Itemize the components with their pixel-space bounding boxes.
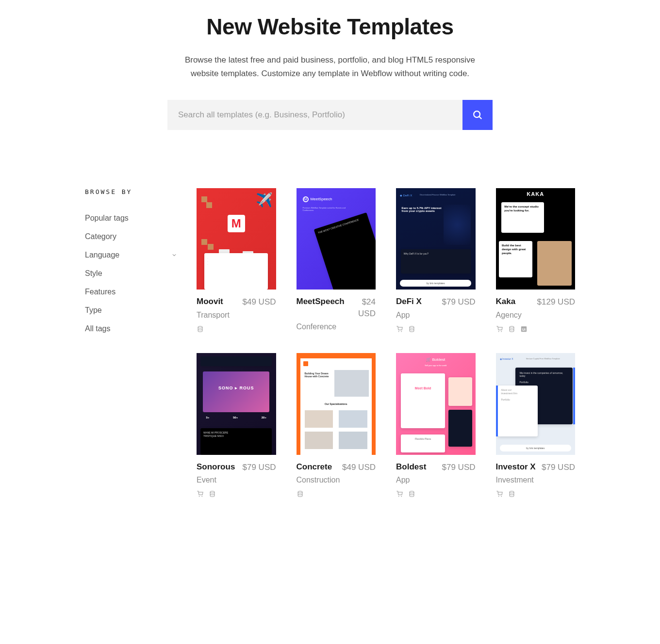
sidebar-item-type[interactable]: Type (85, 301, 177, 320)
cart-icon (496, 490, 503, 498)
chevron-down-icon (171, 252, 177, 258)
page-subtitle: Browse the latest free and paid business… (170, 53, 490, 80)
hero-section: New Website Templates Browse the latest … (114, 0, 546, 130)
template-feature-icons (496, 490, 576, 498)
sidebar-item-label: Category (85, 232, 116, 241)
template-feature-icons (197, 490, 276, 498)
template-card[interactable]: KAKA We're the concept studio you're loo… (496, 188, 576, 333)
template-price: $24 USD (348, 296, 376, 320)
template-card[interactable]: ◆ DeFi XDecentralized Finance Webflow Te… (396, 188, 476, 333)
template-name: Moovit (197, 296, 223, 307)
template-thumbnail[interactable]: ✈️ M ... (197, 188, 276, 290)
sidebar-item-label: Popular tags (85, 214, 129, 223)
template-name: Concrete (297, 462, 332, 472)
template-thumbnail[interactable]: 🛒 BoldestSell your app to the world Meet… (396, 353, 476, 454)
sidebar-item-label: Type (85, 306, 102, 315)
template-category: Transport (197, 311, 276, 320)
template-thumbnail[interactable]: MMeetSpeech Premium Webflow Template sui… (297, 188, 376, 290)
template-card[interactable]: Building Your DreamHouse with Concrete O… (297, 353, 376, 498)
database-icon (297, 490, 304, 498)
template-card[interactable]: SONO ▸ ROUS 5+50+20+ MANE MI PROSCERETRI… (197, 353, 276, 498)
template-category: Agency (496, 311, 576, 320)
search-button[interactable] (462, 100, 493, 130)
sidebar-item-style[interactable]: Style (85, 264, 177, 283)
template-category: Construction (297, 476, 376, 484)
template-grid: ✈️ M ...Moovit$49 USDTransportMMeetSpeec… (197, 188, 575, 498)
cart-icon (396, 325, 403, 333)
uikit-icon (520, 325, 528, 333)
search-bar (167, 100, 493, 130)
template-price: $49 USD (342, 462, 376, 473)
cart-icon (496, 325, 503, 333)
sidebar-item-label: Language (85, 251, 119, 259)
template-thumbnail[interactable]: KAKA We're the concept studio you're loo… (496, 188, 576, 290)
template-category: Investment (496, 476, 576, 484)
template-price: $79 USD (442, 296, 476, 308)
template-price: $49 USD (243, 296, 276, 308)
template-card[interactable]: 🛒 BoldestSell your app to the world Meet… (396, 353, 476, 498)
sidebar-item-all-tags[interactable]: All tags (85, 320, 177, 338)
sidebar-item-label: Style (85, 269, 102, 278)
svg-point-0 (474, 111, 480, 117)
template-card[interactable]: ✈️ M ...Moovit$49 USDTransport (197, 188, 276, 333)
cart-icon (396, 490, 403, 498)
template-thumbnail[interactable]: Building Your DreamHouse with Concrete O… (297, 353, 376, 454)
template-thumbnail[interactable]: SONO ▸ ROUS 5+50+20+ MANE MI PROSCERETRI… (197, 353, 276, 454)
template-name: Boldest (396, 462, 426, 472)
template-feature-icons (297, 490, 376, 498)
sidebar-item-label: Features (85, 288, 116, 296)
database-icon (408, 325, 415, 333)
thumb-logo: M (228, 215, 245, 232)
database-icon (508, 325, 515, 333)
sidebar-item-category[interactable]: Category (85, 227, 177, 246)
search-input[interactable] (167, 100, 462, 130)
database-icon (197, 325, 204, 333)
template-feature-icons (396, 490, 476, 498)
template-category: App (396, 311, 476, 320)
database-icon (408, 490, 415, 498)
browse-by-heading: BROWSE BY (85, 188, 177, 195)
template-price: $129 USD (537, 296, 575, 308)
sidebar-item-language[interactable]: Language (85, 246, 177, 264)
page-title: New Website Templates (114, 14, 546, 40)
template-name: Kaka (496, 296, 516, 307)
template-category: Conference (297, 322, 376, 331)
template-category: Event (197, 476, 276, 484)
template-feature-icons (396, 325, 476, 333)
sidebar-item-features[interactable]: Features (85, 283, 177, 301)
sidebar: BROWSE BY Popular tagsCategoryLanguageSt… (85, 188, 177, 498)
database-icon (508, 490, 515, 498)
search-icon (472, 110, 483, 120)
svg-line-1 (479, 117, 481, 119)
template-price: $79 USD (542, 462, 575, 473)
template-price: $79 USD (243, 462, 276, 473)
sidebar-item-label: All tags (85, 324, 110, 333)
template-card[interactable]: MMeetSpeech Premium Webflow Template sui… (297, 188, 376, 333)
template-price: $79 USD (442, 462, 476, 473)
template-feature-icons (496, 325, 576, 333)
template-feature-icons (197, 325, 276, 333)
template-name: Investor X (496, 462, 536, 472)
template-category: App (396, 476, 476, 484)
database-icon (209, 490, 216, 498)
sidebar-item-popular-tags[interactable]: Popular tags (85, 209, 177, 227)
template-name: MeetSpeech (297, 296, 345, 307)
template-thumbnail[interactable]: ◆ DeFi XDecentralized Finance Webflow Te… (396, 188, 476, 290)
cart-icon (197, 490, 204, 498)
template-card[interactable]: ◉ Investor XVenture Capital Firm Webflow… (496, 353, 576, 498)
template-name: DeFi X (396, 296, 422, 307)
template-name: Sonorous (197, 462, 235, 472)
template-thumbnail[interactable]: ◉ Investor XVenture Capital Firm Webflow… (496, 353, 576, 454)
